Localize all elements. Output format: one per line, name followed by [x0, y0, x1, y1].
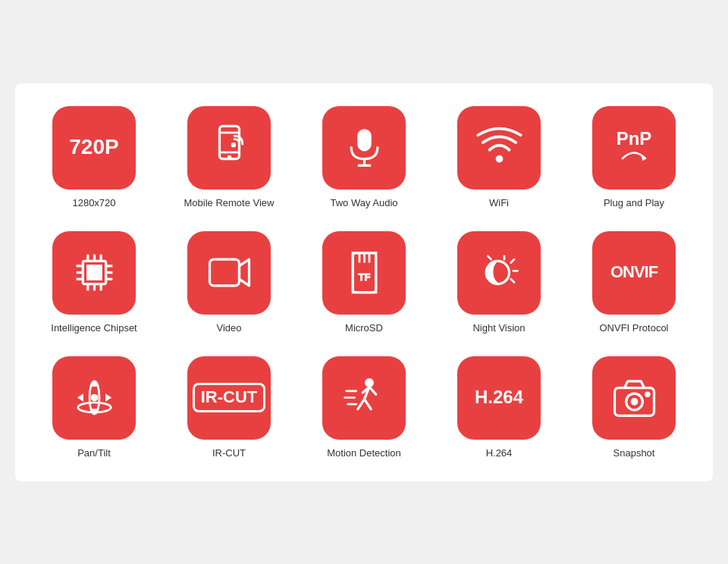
feature-item-microsd: TF MicroSD: [311, 231, 417, 334]
main-container: 720P1280x720 Mobile Remote View Two Way …: [15, 83, 713, 481]
svg-point-8: [496, 155, 503, 162]
icon-box-motion: [322, 356, 406, 440]
svg-rect-5: [357, 130, 370, 151]
svg-marker-41: [105, 394, 111, 401]
icon-box-plug-play: PnP: [592, 106, 676, 190]
feature-item-chipset: Intelligence Chipset: [41, 231, 147, 334]
svg-line-46: [357, 400, 364, 409]
feature-item-snapshot: Snapshot: [581, 356, 687, 459]
feature-label-wifi: WiFi: [489, 197, 509, 208]
feature-item-two-way-audio: Two Way Audio: [311, 106, 417, 208]
feature-item-video: Video: [176, 231, 282, 334]
svg-line-47: [364, 400, 371, 409]
svg-rect-24: [209, 259, 239, 286]
icon-box-night-vision: [457, 231, 541, 315]
feature-label-snapshot: Snapshot: [613, 447, 655, 459]
feature-item-resolution: 720P1280x720: [41, 106, 147, 208]
feature-label-resolution: 1280x720: [72, 197, 115, 208]
icon-box-h264: H.264: [457, 356, 541, 440]
feature-label-ir-cut: IR-CUT: [212, 447, 246, 459]
feature-item-wifi: WiFi: [446, 106, 552, 208]
svg-point-39: [91, 394, 98, 401]
feature-item-pan-tilt: Pan/Tilt: [41, 356, 147, 459]
icon-box-snapshot: [592, 356, 676, 440]
svg-line-34: [510, 279, 513, 282]
svg-marker-40: [77, 394, 83, 401]
feature-label-plug-play: Plug and Play: [604, 197, 664, 208]
icon-box-video: [187, 231, 271, 315]
svg-rect-0: [219, 126, 239, 158]
feature-label-video: Video: [216, 322, 241, 334]
svg-line-48: [369, 387, 376, 394]
icon-box-ir-cut: IR-CUT: [187, 356, 271, 440]
feature-item-ir-cut: IR-CUTIR-CUT: [176, 356, 282, 459]
feature-label-chipset: Intelligence Chipset: [51, 322, 136, 334]
icon-box-microsd: TF: [322, 231, 406, 315]
feature-item-mobile-remote: Mobile Remote View: [176, 106, 282, 208]
icon-box-pan-tilt: [52, 356, 136, 440]
svg-point-4: [231, 143, 235, 147]
icon-box-chipset: [52, 231, 136, 315]
svg-marker-25: [239, 259, 249, 286]
feature-label-two-way-audio: Two Way Audio: [330, 197, 397, 208]
feature-label-h264: H.264: [486, 447, 513, 459]
feature-item-night-vision: Night Vision: [446, 231, 552, 334]
svg-point-3: [228, 155, 231, 158]
feature-label-onvif: ONVFI Protocol: [599, 322, 668, 334]
svg-text:TF: TF: [358, 271, 370, 283]
feature-label-microsd: MicroSD: [345, 322, 383, 334]
svg-rect-11: [86, 265, 102, 280]
icon-box-wifi: [457, 106, 541, 190]
feature-item-plug-play: PnP Plug and Play: [581, 106, 687, 208]
svg-point-56: [645, 392, 650, 397]
icon-box-mobile-remote: [187, 106, 271, 190]
feature-item-onvif: ONVIF ONVFI Protocol: [581, 231, 687, 334]
svg-point-44: [365, 379, 373, 387]
icon-box-two-way-audio: [322, 106, 406, 190]
feature-label-mobile-remote: Mobile Remote View: [184, 197, 275, 208]
svg-line-36: [488, 256, 491, 259]
feature-item-h264: H.264H.264: [446, 356, 552, 459]
icon-box-resolution: 720P: [52, 106, 136, 190]
icon-box-onvif: ONVIF: [592, 231, 676, 315]
feature-label-night-vision: Night Vision: [472, 322, 525, 334]
features-grid: 720P1280x720 Mobile Remote View Two Way …: [30, 106, 698, 459]
feature-label-pan-tilt: Pan/Tilt: [77, 447, 111, 459]
svg-line-32: [510, 259, 513, 262]
feature-item-motion: Motion Detection: [311, 356, 417, 459]
feature-label-motion: Motion Detection: [327, 447, 401, 459]
svg-point-55: [631, 399, 638, 406]
